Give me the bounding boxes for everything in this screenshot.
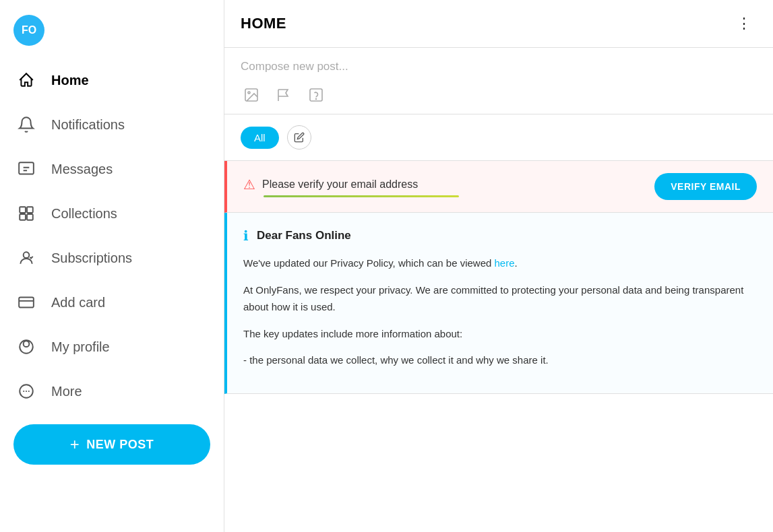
compose-area: Compose new post...	[224, 48, 773, 114]
warning-icon: ⚠	[243, 176, 255, 193]
verify-underline	[264, 195, 459, 197]
svg-point-14	[248, 92, 250, 94]
privacy-paragraph-3: The key updates include more information…	[243, 325, 757, 343]
more-menu-button[interactable]: ⋮	[731, 12, 757, 35]
privacy-title: Dear Fans Online	[257, 229, 351, 242]
privacy-paragraph-4: - the personal data we collect, why we c…	[243, 352, 757, 369]
flag-tool[interactable]	[273, 84, 295, 106]
more-icon	[16, 381, 36, 401]
sidebar-item-subscriptions[interactable]: Subscriptions	[0, 236, 224, 280]
subscriptions-icon	[16, 248, 36, 268]
sidebar-item-my-profile[interactable]: My profile	[0, 325, 224, 369]
plus-icon: +	[70, 436, 80, 453]
sidebar-item-notifications[interactable]: Notifications	[0, 102, 224, 147]
page-title: HOME	[241, 15, 286, 32]
sidebar-item-subscriptions-label: Subscriptions	[51, 251, 132, 266]
privacy-header: ℹ Dear Fans Online	[243, 228, 757, 244]
new-post-label: NEW POST	[86, 438, 154, 452]
sidebar-item-messages[interactable]: Messages	[0, 147, 224, 191]
svg-rect-2	[27, 207, 33, 213]
filter-all-button[interactable]: All	[241, 127, 279, 149]
svg-point-12	[28, 391, 30, 392]
compose-tools	[241, 84, 757, 106]
sidebar-item-more-label: More	[51, 384, 82, 399]
svg-point-11	[26, 391, 27, 392]
privacy-body: We've updated our Privacy Policy, which …	[243, 255, 757, 369]
sidebar: FO Home Notifications Messages Collectio…	[0, 0, 224, 532]
svg-rect-0	[19, 162, 34, 174]
svg-rect-3	[20, 214, 26, 220]
svg-point-7	[24, 341, 30, 347]
profile-icon	[16, 337, 36, 357]
privacy-link[interactable]: here	[495, 257, 515, 269]
svg-rect-4	[27, 214, 33, 220]
avatar[interactable]: FO	[13, 15, 44, 46]
main-content: HOME ⋮ Compose new post... All	[224, 0, 773, 532]
sidebar-item-more[interactable]: More	[0, 369, 224, 413]
message-icon	[16, 159, 36, 179]
sidebar-item-collections[interactable]: Collections	[0, 191, 224, 236]
verify-text: Please verify your email address	[262, 178, 418, 191]
card-icon	[16, 292, 36, 312]
sidebar-item-home-label: Home	[51, 73, 89, 88]
new-post-button[interactable]: + NEW POST	[13, 424, 210, 465]
verify-email-button[interactable]: VERIFY EMAIL	[654, 173, 757, 200]
privacy-paragraph-1: We've updated our Privacy Policy, which …	[243, 255, 757, 272]
feed-content: ⚠ Please verify your email address VERIF…	[224, 161, 773, 532]
compose-placeholder[interactable]: Compose new post...	[241, 60, 757, 73]
sidebar-item-messages-label: Messages	[51, 162, 113, 177]
home-icon	[16, 70, 36, 90]
filter-edit-button[interactable]	[287, 125, 311, 149]
verify-email-banner: ⚠ Please verify your email address VERIF…	[224, 161, 773, 213]
privacy-paragraph-2: At OnlyFans, we respect your privacy. We…	[243, 281, 757, 316]
info-icon: ℹ	[243, 228, 249, 244]
pencil-icon	[294, 132, 305, 143]
bell-icon	[16, 114, 36, 135]
main-header: HOME ⋮	[224, 0, 773, 48]
svg-point-5	[24, 252, 30, 258]
sidebar-item-notifications-label: Notifications	[51, 117, 125, 133]
sidebar-item-add-card-label: Add card	[51, 295, 105, 310]
sidebar-item-home[interactable]: Home	[0, 58, 224, 102]
feed-filters: All	[224, 114, 773, 161]
svg-rect-1	[20, 207, 26, 213]
sidebar-item-collections-label: Collections	[51, 206, 117, 222]
image-tool[interactable]	[241, 84, 262, 106]
privacy-notice: ℹ Dear Fans Online We've updated our Pri…	[224, 213, 773, 394]
svg-point-16	[316, 99, 317, 100]
sidebar-item-add-card[interactable]: Add card	[0, 280, 224, 325]
collections-icon	[16, 203, 36, 224]
verify-text-row: ⚠ Please verify your email address	[243, 176, 459, 193]
svg-point-10	[23, 391, 24, 392]
svg-rect-6	[19, 297, 34, 307]
question-tool[interactable]	[305, 84, 327, 106]
sidebar-item-my-profile-label: My profile	[51, 339, 110, 355]
verify-left: ⚠ Please verify your email address	[243, 176, 459, 197]
